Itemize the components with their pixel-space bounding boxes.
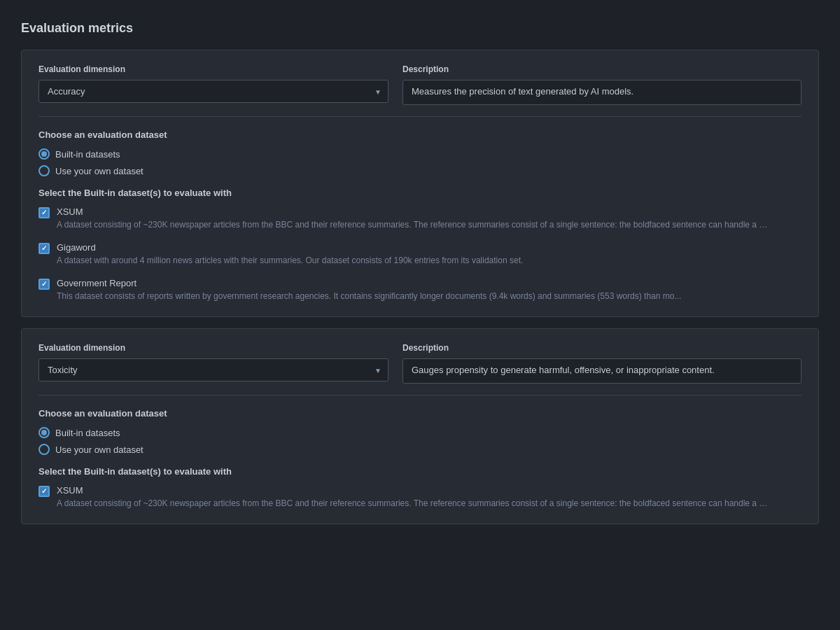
dimension-label-1: Evaluation dimension [38,343,388,353]
dataset-item-1-0[interactable]: XSUMA dataset consisting of ~230K newspa… [38,485,802,510]
builtin-label-1: Select the Built-in dataset(s) to evalua… [38,466,802,477]
radio-item-1-0[interactable]: Built-in datasets [38,427,802,438]
radio-label-0-0: Built-in datasets [55,149,120,160]
description-value-1: Gauges propensity to generate harmful, o… [402,358,802,384]
radio-item-0-1[interactable]: Use your own dataset [38,165,802,176]
page-title: Evaluation metrics [21,21,819,36]
dataset-desc-0-2: This dataset consists of reports written… [57,290,681,302]
radio-circle-1-1 [38,444,50,455]
dataset-desc-0-0: A dataset consisting of ~230K newspaper … [57,218,771,231]
checkbox-group-1: XSUMA dataset consisting of ~230K newspa… [38,485,802,510]
dimension-select-1[interactable]: Toxicity [38,358,388,382]
dataset-name-0-2: Government Report [57,278,681,288]
dimension-label-0: Evaluation dimension [38,64,388,74]
radio-circle-1-0 [38,427,50,438]
checkbox-group-0: XSUMA dataset consisting of ~230K newspa… [38,206,802,302]
dataset-item-0-1[interactable]: GigawordA dataset with around 4 million … [38,242,802,267]
dimension-select-0[interactable]: Accuracy [38,80,388,103]
checkbox-0-1 [38,243,50,254]
radio-circle-0-0 [38,148,50,160]
eval-card-card-toxicity: Evaluation dimensionToxicity▼Description… [21,328,819,524]
description-value-0: Measures the precision of text generated… [402,80,802,105]
dataset-section-label-0: Choose an evaluation dataset [38,130,802,140]
dataset-desc-1-0: A dataset consisting of ~230K newspaper … [57,497,771,510]
description-label-1: Description [402,343,802,353]
checkbox-1-0 [38,486,50,497]
radio-item-0-0[interactable]: Built-in datasets [38,148,802,160]
dataset-item-0-2[interactable]: Government ReportThis dataset consists o… [38,278,802,302]
dataset-name-0-1: Gigaword [57,242,523,253]
radio-circle-0-1 [38,165,50,176]
radio-label-1-0: Built-in datasets [55,428,120,438]
radio-group-1: Built-in datasetsUse your own dataset [38,427,802,455]
radio-label-1-1: Use your own dataset [55,444,144,455]
dataset-section-label-1: Choose an evaluation dataset [38,408,802,419]
radio-label-0-1: Use your own dataset [55,166,144,176]
eval-card-card-accuracy: Evaluation dimensionAccuracy▼Description… [21,50,819,317]
checkbox-0-0 [38,207,50,218]
checkbox-0-2 [38,279,50,290]
builtin-label-0: Select the Built-in dataset(s) to evalua… [38,188,802,198]
dataset-name-1-0: XSUM [57,485,771,496]
description-label-0: Description [402,64,802,74]
dataset-desc-0-1: A dataset with around 4 million news art… [57,254,523,267]
dataset-name-0-0: XSUM [57,206,771,217]
dataset-item-0-0[interactable]: XSUMA dataset consisting of ~230K newspa… [38,206,802,231]
radio-group-0: Built-in datasetsUse your own dataset [38,148,802,176]
radio-item-1-1[interactable]: Use your own dataset [38,444,802,455]
